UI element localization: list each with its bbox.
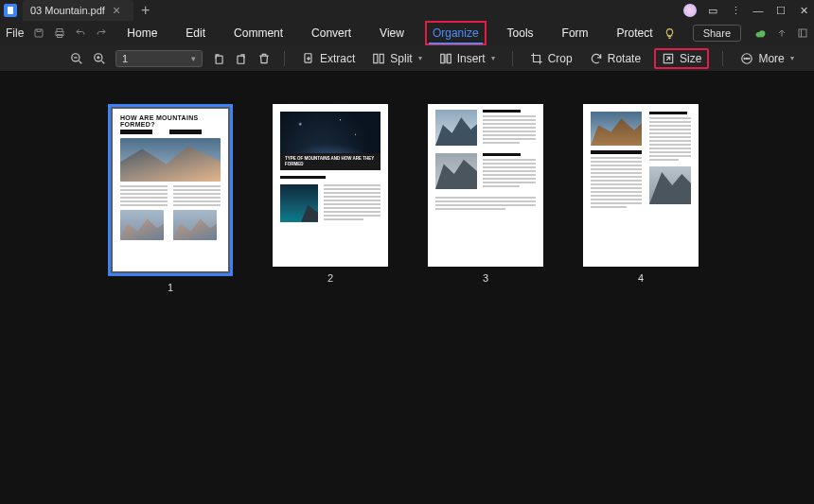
size-button[interactable]: Size bbox=[654, 48, 709, 69]
maximize-icon[interactable]: ☐ bbox=[774, 5, 787, 17]
menu-protect[interactable]: Protect bbox=[613, 25, 657, 42]
tab-title: 03 Mountain.pdf bbox=[30, 5, 105, 16]
svg-point-19 bbox=[745, 58, 746, 59]
more-icon bbox=[740, 52, 753, 65]
svg-rect-16 bbox=[447, 54, 451, 62]
user-avatar[interactable] bbox=[683, 4, 697, 17]
size-label: Size bbox=[680, 52, 701, 65]
menu-convert[interactable]: Convert bbox=[308, 25, 355, 42]
save-icon[interactable] bbox=[33, 27, 44, 39]
svg-rect-7 bbox=[799, 29, 806, 37]
more-label: More bbox=[758, 52, 784, 65]
new-tab-button[interactable]: + bbox=[141, 2, 150, 19]
upload-icon[interactable] bbox=[776, 27, 787, 40]
app-icon bbox=[4, 4, 17, 17]
cloud-icon[interactable] bbox=[754, 27, 767, 40]
svg-rect-0 bbox=[35, 29, 43, 37]
svg-rect-14 bbox=[380, 54, 384, 62]
organize-toolbar: 1 ▾ Extract Split ▾ Insert ▾ bbox=[0, 45, 814, 72]
menubar: File Home Edit Comment Convert View Orga… bbox=[0, 21, 814, 45]
page2-band: TYPE OF MOUNTAINS AND HOW ARE THEY FORME… bbox=[280, 153, 380, 170]
kebab-menu-icon[interactable]: ⋮ bbox=[729, 5, 742, 17]
menu-form[interactable]: Form bbox=[558, 25, 593, 42]
rotate-button[interactable]: Rotate bbox=[586, 50, 645, 67]
insert-icon bbox=[439, 52, 452, 65]
svg-rect-10 bbox=[216, 56, 222, 63]
page-number: 4 bbox=[638, 272, 644, 284]
page-dropdown-caret-icon: ▾ bbox=[191, 54, 196, 63]
share-button[interactable]: Share bbox=[693, 25, 741, 42]
svg-point-21 bbox=[749, 58, 750, 59]
page-number: 3 bbox=[483, 272, 488, 284]
page-thumbnail-3[interactable]: 3 bbox=[428, 104, 543, 293]
split-icon bbox=[372, 52, 385, 65]
close-tab-icon[interactable]: × bbox=[113, 6, 120, 15]
svg-rect-12 bbox=[305, 53, 311, 61]
page-number: 1 bbox=[168, 282, 173, 293]
svg-rect-11 bbox=[238, 56, 244, 63]
page-number-input[interactable]: 1 ▾ bbox=[115, 50, 203, 67]
svg-point-20 bbox=[747, 58, 748, 59]
svg-rect-15 bbox=[440, 54, 444, 62]
rotate-left-icon[interactable] bbox=[212, 52, 225, 65]
page1-heading: HOW ARE MOUNTAINS FORMED? bbox=[113, 109, 228, 130]
menu-comment[interactable]: Comment bbox=[230, 25, 287, 42]
crop-label: Crop bbox=[548, 52, 573, 65]
size-icon bbox=[662, 52, 675, 65]
svg-rect-6 bbox=[757, 33, 764, 37]
feedback-icon[interactable]: ▭ bbox=[706, 5, 719, 17]
split-label: Split bbox=[390, 52, 412, 65]
insert-button[interactable]: Insert ▾ bbox=[435, 50, 499, 67]
extract-label: Extract bbox=[320, 52, 355, 65]
page-thumbnails: HOW ARE MOUNTAINS FORMED? 1 bbox=[0, 72, 814, 293]
page-thumbnail-1[interactable]: HOW ARE MOUNTAINS FORMED? 1 bbox=[108, 104, 233, 293]
minimize-icon[interactable]: — bbox=[752, 5, 765, 16]
file-menu[interactable]: File bbox=[6, 26, 24, 40]
more-caret-icon: ▾ bbox=[790, 54, 794, 62]
rotate-icon bbox=[590, 52, 603, 65]
titlebar: 03 Mountain.pdf × + ▭ ⋮ — ☐ ✕ bbox=[0, 0, 814, 21]
extract-icon bbox=[302, 52, 315, 65]
zoom-in-icon[interactable] bbox=[93, 52, 106, 65]
expand-icon[interactable] bbox=[797, 27, 808, 40]
rotate-label: Rotate bbox=[608, 52, 641, 65]
page-thumbnail-4[interactable]: 4 bbox=[583, 104, 699, 293]
menu-tools[interactable]: Tools bbox=[504, 25, 538, 42]
redo-icon[interactable] bbox=[96, 27, 107, 39]
more-button[interactable]: More ▾ bbox=[736, 50, 797, 67]
page-thumbnail-2[interactable]: TYPE OF MOUNTAINS AND HOW ARE THEY FORME… bbox=[273, 104, 388, 293]
tips-icon[interactable] bbox=[664, 27, 676, 40]
svg-rect-13 bbox=[374, 54, 378, 62]
crop-icon bbox=[530, 52, 543, 65]
insert-label: Insert bbox=[457, 52, 486, 65]
menu-view[interactable]: View bbox=[376, 25, 408, 42]
delete-icon[interactable] bbox=[257, 52, 271, 65]
main-menu: Home Edit Comment Convert View Organize … bbox=[120, 25, 659, 42]
crop-button[interactable]: Crop bbox=[526, 50, 576, 67]
menu-organize[interactable]: Organize bbox=[429, 25, 483, 42]
document-tab[interactable]: 03 Mountain.pdf × bbox=[23, 0, 133, 21]
page-number: 2 bbox=[327, 272, 333, 284]
rotate-right-icon[interactable] bbox=[235, 52, 248, 65]
menu-edit[interactable]: Edit bbox=[182, 25, 209, 42]
zoom-out-icon[interactable] bbox=[70, 52, 83, 65]
close-window-icon[interactable]: ✕ bbox=[797, 5, 810, 17]
menu-home[interactable]: Home bbox=[123, 25, 161, 42]
extract-button[interactable]: Extract bbox=[298, 50, 359, 67]
page-value: 1 bbox=[122, 53, 128, 64]
print-icon[interactable] bbox=[54, 27, 65, 39]
undo-icon[interactable] bbox=[75, 27, 86, 39]
split-caret-icon: ▾ bbox=[418, 54, 422, 62]
insert-caret-icon: ▾ bbox=[491, 54, 495, 62]
split-button[interactable]: Split ▾ bbox=[368, 50, 425, 67]
